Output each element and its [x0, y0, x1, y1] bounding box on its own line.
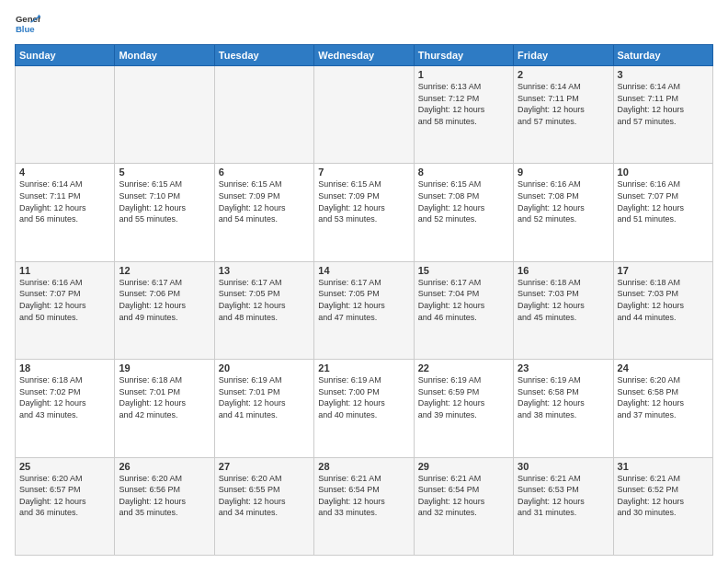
day-number: 14	[318, 265, 409, 276]
day-info: Sunrise: 6:14 AM Sunset: 7:11 PM Dayligh…	[618, 81, 709, 127]
day-number: 2	[518, 69, 609, 80]
day-info: Sunrise: 6:20 AM Sunset: 6:56 PM Dayligh…	[119, 473, 210, 519]
day-info: Sunrise: 6:21 AM Sunset: 6:53 PM Dayligh…	[518, 473, 609, 519]
calendar-table: SundayMondayTuesdayWednesdayThursdayFrid…	[15, 44, 713, 556]
day-info: Sunrise: 6:16 AM Sunset: 7:07 PM Dayligh…	[19, 277, 110, 323]
day-cell: 18Sunrise: 6:18 AM Sunset: 7:02 PM Dayli…	[16, 360, 115, 457]
header-cell-tuesday: Tuesday	[214, 45, 313, 66]
day-cell: 29Sunrise: 6:21 AM Sunset: 6:54 PM Dayli…	[414, 457, 513, 555]
day-info: Sunrise: 6:15 AM Sunset: 7:10 PM Dayligh…	[119, 178, 210, 224]
logo: General Blue	[15, 11, 40, 37]
day-cell: 1Sunrise: 6:13 AM Sunset: 7:12 PM Daylig…	[414, 66, 513, 164]
header-cell-saturday: Saturday	[613, 45, 712, 66]
day-cell: 9Sunrise: 6:16 AM Sunset: 7:08 PM Daylig…	[514, 164, 613, 261]
day-cell: 26Sunrise: 6:20 AM Sunset: 6:56 PM Dayli…	[115, 457, 214, 555]
day-number: 24	[618, 362, 709, 373]
day-info: Sunrise: 6:14 AM Sunset: 7:11 PM Dayligh…	[19, 178, 110, 224]
day-cell: 6Sunrise: 6:15 AM Sunset: 7:09 PM Daylig…	[214, 164, 313, 261]
day-number: 28	[318, 461, 409, 472]
day-cell: 27Sunrise: 6:20 AM Sunset: 6:55 PM Dayli…	[214, 457, 313, 555]
day-cell: 10Sunrise: 6:16 AM Sunset: 7:07 PM Dayli…	[613, 164, 712, 261]
page-header: General Blue	[15, 11, 713, 37]
day-info: Sunrise: 6:20 AM Sunset: 6:55 PM Dayligh…	[219, 473, 310, 519]
day-number: 16	[518, 265, 609, 276]
day-info: Sunrise: 6:20 AM Sunset: 6:57 PM Dayligh…	[19, 473, 110, 519]
day-number: 29	[418, 461, 509, 472]
day-cell	[16, 66, 115, 164]
day-number: 30	[518, 461, 609, 472]
svg-text:Blue: Blue	[16, 24, 35, 34]
day-info: Sunrise: 6:17 AM Sunset: 7:05 PM Dayligh…	[219, 277, 310, 323]
day-info: Sunrise: 6:17 AM Sunset: 7:06 PM Dayligh…	[119, 277, 210, 323]
week-row-1: 1Sunrise: 6:13 AM Sunset: 7:12 PM Daylig…	[16, 66, 713, 164]
day-info: Sunrise: 6:19 AM Sunset: 7:01 PM Dayligh…	[219, 374, 310, 420]
day-cell: 12Sunrise: 6:17 AM Sunset: 7:06 PM Dayli…	[115, 261, 214, 359]
day-cell: 16Sunrise: 6:18 AM Sunset: 7:03 PM Dayli…	[514, 261, 613, 359]
day-cell: 3Sunrise: 6:14 AM Sunset: 7:11 PM Daylig…	[613, 66, 712, 164]
week-row-2: 4Sunrise: 6:14 AM Sunset: 7:11 PM Daylig…	[16, 164, 713, 261]
day-info: Sunrise: 6:19 AM Sunset: 6:59 PM Dayligh…	[418, 374, 509, 420]
day-cell: 8Sunrise: 6:15 AM Sunset: 7:08 PM Daylig…	[414, 164, 513, 261]
day-info: Sunrise: 6:15 AM Sunset: 7:09 PM Dayligh…	[318, 178, 409, 224]
day-cell	[214, 66, 313, 164]
day-cell: 21Sunrise: 6:19 AM Sunset: 7:00 PM Dayli…	[314, 360, 414, 457]
day-number: 1	[418, 69, 509, 80]
day-info: Sunrise: 6:15 AM Sunset: 7:08 PM Dayligh…	[418, 178, 509, 224]
day-cell	[314, 66, 414, 164]
day-cell: 5Sunrise: 6:15 AM Sunset: 7:10 PM Daylig…	[115, 164, 214, 261]
day-number: 20	[219, 362, 310, 373]
header-cell-thursday: Thursday	[414, 45, 513, 66]
day-cell: 15Sunrise: 6:17 AM Sunset: 7:04 PM Dayli…	[414, 261, 513, 359]
day-number: 4	[19, 167, 110, 178]
day-info: Sunrise: 6:17 AM Sunset: 7:04 PM Dayligh…	[418, 277, 509, 323]
day-info: Sunrise: 6:21 AM Sunset: 6:54 PM Dayligh…	[418, 473, 509, 519]
day-cell: 23Sunrise: 6:19 AM Sunset: 6:58 PM Dayli…	[514, 360, 613, 457]
day-info: Sunrise: 6:21 AM Sunset: 6:54 PM Dayligh…	[318, 473, 409, 519]
week-row-4: 18Sunrise: 6:18 AM Sunset: 7:02 PM Dayli…	[16, 360, 713, 457]
day-info: Sunrise: 6:19 AM Sunset: 7:00 PM Dayligh…	[318, 374, 409, 420]
day-info: Sunrise: 6:17 AM Sunset: 7:05 PM Dayligh…	[318, 277, 409, 323]
day-cell: 11Sunrise: 6:16 AM Sunset: 7:07 PM Dayli…	[16, 261, 115, 359]
calendar-body: 1Sunrise: 6:13 AM Sunset: 7:12 PM Daylig…	[16, 66, 713, 556]
day-number: 13	[219, 265, 310, 276]
day-number: 5	[119, 167, 210, 178]
day-number: 12	[119, 265, 210, 276]
day-number: 7	[318, 167, 409, 178]
day-cell: 17Sunrise: 6:18 AM Sunset: 7:03 PM Dayli…	[613, 261, 712, 359]
day-number: 18	[19, 362, 110, 373]
day-cell: 22Sunrise: 6:19 AM Sunset: 6:59 PM Dayli…	[414, 360, 513, 457]
day-cell: 4Sunrise: 6:14 AM Sunset: 7:11 PM Daylig…	[16, 164, 115, 261]
logo-icon: General Blue	[15, 11, 40, 37]
day-info: Sunrise: 6:14 AM Sunset: 7:11 PM Dayligh…	[518, 81, 609, 127]
day-info: Sunrise: 6:19 AM Sunset: 6:58 PM Dayligh…	[518, 374, 609, 420]
day-number: 3	[618, 69, 709, 80]
day-cell: 25Sunrise: 6:20 AM Sunset: 6:57 PM Dayli…	[16, 457, 115, 555]
header-row: SundayMondayTuesdayWednesdayThursdayFrid…	[16, 45, 713, 66]
day-cell: 19Sunrise: 6:18 AM Sunset: 7:01 PM Dayli…	[115, 360, 214, 457]
day-number: 6	[219, 167, 310, 178]
day-cell	[115, 66, 214, 164]
day-number: 19	[119, 362, 210, 373]
day-cell: 20Sunrise: 6:19 AM Sunset: 7:01 PM Dayli…	[214, 360, 313, 457]
day-cell: 13Sunrise: 6:17 AM Sunset: 7:05 PM Dayli…	[214, 261, 313, 359]
day-info: Sunrise: 6:18 AM Sunset: 7:02 PM Dayligh…	[19, 374, 110, 420]
day-info: Sunrise: 6:13 AM Sunset: 7:12 PM Dayligh…	[418, 81, 509, 127]
day-cell: 2Sunrise: 6:14 AM Sunset: 7:11 PM Daylig…	[514, 66, 613, 164]
day-number: 23	[518, 362, 609, 373]
day-info: Sunrise: 6:18 AM Sunset: 7:01 PM Dayligh…	[119, 374, 210, 420]
header-cell-wednesday: Wednesday	[314, 45, 414, 66]
day-info: Sunrise: 6:21 AM Sunset: 6:52 PM Dayligh…	[618, 473, 709, 519]
day-number: 22	[418, 362, 509, 373]
day-number: 21	[318, 362, 409, 373]
header-cell-sunday: Sunday	[16, 45, 115, 66]
day-number: 15	[418, 265, 509, 276]
day-info: Sunrise: 6:16 AM Sunset: 7:08 PM Dayligh…	[518, 178, 609, 224]
header-cell-friday: Friday	[514, 45, 613, 66]
day-cell: 30Sunrise: 6:21 AM Sunset: 6:53 PM Dayli…	[514, 457, 613, 555]
day-number: 8	[418, 167, 509, 178]
header-cell-monday: Monday	[115, 45, 214, 66]
day-number: 17	[618, 265, 709, 276]
calendar-header: SundayMondayTuesdayWednesdayThursdayFrid…	[16, 45, 713, 66]
day-info: Sunrise: 6:16 AM Sunset: 7:07 PM Dayligh…	[618, 178, 709, 224]
day-number: 9	[518, 167, 609, 178]
